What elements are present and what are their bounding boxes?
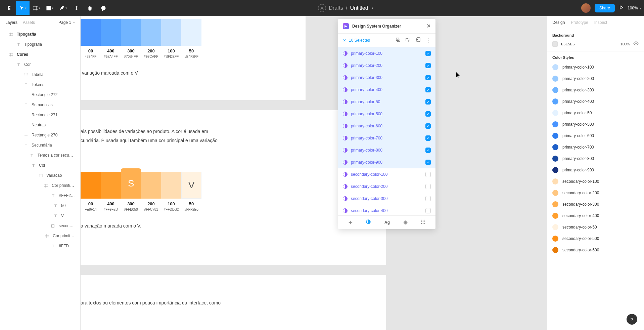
color-style-item[interactable]: primary-color-700: [552, 144, 639, 150]
dso-style-item[interactable]: primary-color-400✓: [338, 84, 435, 96]
frame-tool[interactable]: ▾: [30, 1, 43, 15]
share-button[interactable]: Share: [595, 4, 615, 12]
layer-row[interactable]: Cor: [0, 59, 80, 70]
color-swatch[interactable]: [161, 19, 181, 46]
color-style-item[interactable]: primary-color-200: [552, 76, 639, 82]
tab-inspect[interactable]: Inspect: [594, 20, 607, 25]
color-style-item[interactable]: primary-color-900: [552, 167, 639, 173]
color-swatch[interactable]: [141, 19, 161, 46]
dso-style-item[interactable]: primary-color-900✓: [338, 156, 435, 168]
layer-row[interactable]: Tipografia: [0, 29, 80, 39]
color-swatch[interactable]: [81, 172, 101, 199]
color-swatch[interactable]: [101, 19, 121, 46]
color-style-item[interactable]: secondary-color-50: [552, 224, 639, 230]
present-button[interactable]: [619, 5, 624, 11]
layer-row[interactable]: Tabela: [0, 70, 80, 80]
color-style-item[interactable]: primary-color-300: [552, 87, 639, 93]
color-style-item[interactable]: primary-color-800: [552, 156, 639, 162]
chevron-down-icon[interactable]: ▾: [372, 6, 373, 10]
layer-row[interactable]: #FFF2E0: [0, 191, 80, 201]
layer-row[interactable]: Variacao: [0, 170, 80, 180]
tab-prototype[interactable]: Prototype: [571, 20, 588, 25]
color-swatch[interactable]: [81, 19, 101, 46]
background-swatch[interactable]: [552, 41, 558, 47]
close-selection-icon[interactable]: ✕: [343, 38, 346, 43]
layer-row[interactable]: Tokens: [0, 80, 80, 90]
color-swatch[interactable]: [141, 172, 161, 199]
color-style-item[interactable]: secondary-color-600: [552, 247, 639, 253]
checkbox[interactable]: [425, 172, 431, 177]
dso-style-item[interactable]: primary-color-700✓: [338, 132, 435, 144]
color-swatch[interactable]: [181, 19, 201, 46]
checkbox[interactable]: [425, 184, 431, 189]
layer-row[interactable]: Tipografia: [0, 39, 80, 49]
layer-row[interactable]: Semanticas: [0, 100, 80, 110]
color-swatch[interactable]: [161, 172, 181, 199]
checkbox[interactable]: ✓: [425, 87, 431, 92]
comment-tool[interactable]: [97, 1, 110, 15]
checkbox[interactable]: ✓: [425, 51, 431, 56]
color-style-item[interactable]: primary-color-400: [552, 98, 639, 105]
visibility-icon[interactable]: [633, 41, 639, 47]
user-avatar[interactable]: [581, 3, 591, 13]
checkbox[interactable]: ✓: [425, 135, 431, 141]
dso-style-item[interactable]: secondary-color-200: [338, 180, 435, 193]
user-avatar-placeholder-icon[interactable]: [318, 4, 326, 12]
checkbox[interactable]: [425, 196, 431, 201]
checkbox[interactable]: ✓: [425, 148, 431, 153]
dso-style-item[interactable]: primary-color-600✓: [338, 120, 435, 132]
zoom-value[interactable]: 100% ▾: [628, 6, 641, 10]
folder-icon[interactable]: [405, 37, 411, 44]
color-style-item[interactable]: primary-color-500: [552, 121, 639, 127]
layer-row[interactable]: Cor primitiv…: [0, 180, 80, 191]
page-selector[interactable]: Page 1 ▾: [58, 20, 75, 25]
background-opacity[interactable]: 100%: [620, 42, 630, 46]
layer-row[interactable]: Secundária: [0, 140, 80, 150]
close-button[interactable]: ✕: [426, 23, 431, 29]
checkbox[interactable]: ✓: [425, 75, 431, 80]
tab-layers[interactable]: Layers: [5, 20, 17, 25]
breadcrumb-title[interactable]: Untitled: [350, 5, 368, 11]
import-icon[interactable]: [415, 37, 421, 44]
dso-style-item[interactable]: secondary-color-400: [338, 205, 435, 215]
dso-selection-count[interactable]: ✕ 10 Selected: [343, 38, 370, 43]
dso-style-item[interactable]: secondary-color-100: [338, 168, 435, 180]
background-hex[interactable]: E5E5E5: [561, 42, 617, 46]
main-menu-button[interactable]: [3, 1, 16, 15]
dso-style-item[interactable]: primary-color-200✓: [338, 59, 435, 72]
layer-row[interactable]: 50: [0, 201, 80, 211]
move-tool[interactable]: ▾: [16, 1, 30, 15]
components-tab-icon[interactable]: ✦: [348, 219, 353, 226]
dso-style-item[interactable]: primary-color-500✓: [338, 108, 435, 120]
color-style-item[interactable]: secondary-color-200: [552, 190, 639, 196]
layer-row[interactable]: Rectangle 270: [0, 130, 80, 140]
dso-style-item[interactable]: primary-color-100✓: [338, 47, 435, 59]
checkbox[interactable]: ✓: [425, 123, 431, 129]
pen-tool[interactable]: ▾: [56, 1, 70, 15]
color-swatch[interactable]: [101, 172, 121, 199]
colors-tab-icon[interactable]: [366, 219, 371, 226]
checkbox[interactable]: ✓: [425, 63, 431, 68]
dso-style-item[interactable]: primary-color-50✓: [338, 96, 435, 108]
color-style-item[interactable]: primary-color-50: [552, 110, 639, 116]
checkbox[interactable]: ✓: [425, 111, 431, 117]
layer-row[interactable]: V: [0, 211, 80, 221]
color-style-item[interactable]: secondary-color-400: [552, 213, 639, 219]
color-style-item[interactable]: secondary-color-100: [552, 178, 639, 184]
shape-tool[interactable]: ▾: [43, 1, 56, 15]
checkbox[interactable]: ✓: [425, 160, 431, 165]
text-styles-tab-icon[interactable]: Ag: [384, 220, 390, 225]
layer-row[interactable]: #FFDD…: [0, 241, 80, 251]
dso-style-item[interactable]: secondary-color-300: [338, 193, 435, 205]
layer-row[interactable]: Rectangle 271: [0, 110, 80, 120]
canvas[interactable]: 004894FF400#57A4FF300#70B4FF200#97CAFF10…: [81, 16, 547, 330]
color-style-item[interactable]: primary-color-600: [552, 133, 639, 139]
breadcrumb-folder[interactable]: Drafts: [329, 5, 343, 11]
checkbox[interactable]: [425, 208, 431, 213]
layer-row[interactable]: Cores: [0, 49, 80, 59]
layer-row[interactable]: second…: [0, 221, 80, 231]
copy-icon[interactable]: [395, 37, 401, 44]
tab-design[interactable]: Design: [552, 20, 565, 25]
more-icon[interactable]: ⋮: [425, 37, 431, 44]
color-swatch[interactable]: S: [121, 168, 141, 199]
